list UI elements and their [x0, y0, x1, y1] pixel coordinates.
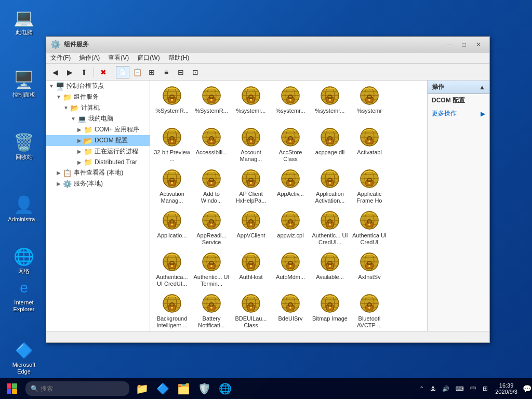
grid-item[interactable]: BdeUISrv — [271, 290, 310, 331]
view-btn-1[interactable]: 📄 — [116, 66, 129, 78]
taskbar-edge[interactable]: 🔷 — [152, 378, 173, 399]
grid-item-label: Bluetootl AVCTP ... — [351, 315, 388, 329]
grid-item[interactable]: AuthHost — [231, 249, 271, 290]
taskbar-explorer2[interactable]: 🗂️ — [173, 378, 194, 399]
grid-item[interactable]: Bluetootl AVCTP ... — [350, 290, 389, 331]
grid-item[interactable]: Account Manag... — [231, 124, 271, 166]
grid-item[interactable]: 32-bit Preview ... — [152, 124, 192, 166]
action-more[interactable]: 更多操作 ▶ — [428, 107, 489, 120]
search-bar[interactable]: 🔍 — [25, 381, 129, 396]
svg-point-223 — [289, 265, 291, 267]
desktop-icon-network[interactable]: 🌐 网络 — [5, 244, 43, 277]
view-btn-4[interactable]: ≡ — [159, 66, 173, 78]
grid-item[interactable]: %systemr... — [231, 83, 271, 124]
grid-item[interactable]: %systemr... — [310, 83, 350, 124]
grid-item[interactable]: %systemr... — [271, 83, 310, 124]
expand-icon-dcom: ▶ — [75, 137, 84, 145]
grid-item[interactable]: Bitmap Image — [310, 290, 350, 331]
ime-chinese[interactable]: 中 — [467, 378, 480, 399]
menu-view[interactable]: 查看(V) — [104, 52, 133, 64]
grid-item[interactable]: Authentic... UI CredUI... — [310, 207, 350, 249]
action-panel: 操作 ▲ DCOM 配置 更多操作 ▶ — [427, 81, 489, 331]
grid-item[interactable]: AxInstSv — [350, 249, 389, 290]
view-btn-5[interactable]: ⊟ — [174, 66, 188, 78]
grid-item[interactable]: Authentic... UI Termin... — [192, 249, 231, 290]
grid-item-label: Authentic... UI Termin... — [193, 274, 230, 287]
grid-item[interactable]: acppage.dll — [310, 124, 350, 166]
tree-item-component-services[interactable]: ▼ 📁 组件服务 — [46, 91, 150, 102]
grid-item[interactable]: AppVClient — [231, 207, 271, 249]
tree-item-event-viewer[interactable]: ▶ 📋 事件查看器 (本地) — [46, 167, 150, 178]
grid-item[interactable]: Application Activation... — [310, 166, 350, 207]
menu-action[interactable]: 操作(A) — [75, 52, 104, 64]
tree-item-com-app[interactable]: ▶ 📁 COM+ 应用程序 — [46, 124, 150, 135]
view-btn-6[interactable]: ⊡ — [189, 66, 202, 78]
action-collapse-icon[interactable]: ▲ — [479, 84, 485, 91]
tree-item-computers[interactable]: ▼ 📂 计算机 — [46, 102, 150, 113]
grid-item[interactable]: Activation Manag... — [152, 166, 192, 207]
grid-item[interactable]: AP Client HxHelpPa... — [231, 166, 271, 207]
grid-item[interactable]: AppActiv... — [271, 166, 310, 207]
up-button[interactable]: ⬆ — [77, 66, 91, 78]
grid-item[interactable]: %SystemR... — [152, 83, 192, 124]
tree-item-console-root[interactable]: ▼ 🖥️ 控制台根节点 — [46, 81, 150, 91]
view-btn-2[interactable]: 📋 — [130, 66, 144, 78]
tree-item-running-proc[interactable]: ▶ 📁 正在运行的进程 — [46, 146, 150, 157]
desktop-icon-recycle-bin[interactable]: 🗑️ 回收站 — [5, 130, 43, 163]
grid-item[interactable]: Authentica... UI CredUI... — [152, 249, 192, 290]
close-button[interactable]: ✕ — [472, 39, 485, 50]
grid-item[interactable]: Background Intelligent ... — [152, 290, 192, 331]
system-clock[interactable]: 16:39 2020/9/3 — [491, 378, 522, 399]
grid-item[interactable]: Activatabl — [350, 124, 389, 166]
tree-item-dcom-config[interactable]: ▶ 📂 DCOM 配置 — [46, 135, 150, 146]
menu-file[interactable]: 文件(F) — [46, 52, 75, 64]
show-hidden-icons[interactable]: ⌃ — [416, 378, 427, 399]
desktop-icon-edge[interactable]: 🔷 Microsoft Edge — [5, 338, 43, 377]
desktop-icon-ie[interactable]: e Internet Explorer — [5, 275, 43, 315]
menu-help[interactable]: 帮助(H) — [164, 52, 194, 64]
grid-item[interactable]: Authentica UI CredUI — [350, 207, 389, 249]
view-btn-3[interactable]: ⊞ — [145, 66, 158, 78]
keyboard-icon[interactable]: ⌨ — [453, 378, 467, 399]
maximize-button[interactable]: □ — [457, 39, 471, 50]
grid-item[interactable]: BDEUILau... Class — [231, 290, 271, 331]
search-icon: 🔍 — [31, 385, 38, 392]
grid-item[interactable]: Accessibili... — [192, 124, 231, 166]
stop-button[interactable]: ✖ — [97, 66, 110, 78]
menu-window[interactable]: 窗口(W) — [133, 52, 164, 64]
minimize-button[interactable]: ─ — [443, 39, 456, 50]
forward-button[interactable]: ▶ — [63, 66, 76, 78]
grid-item[interactable]: Applicatio... — [152, 207, 192, 249]
taskbar-security[interactable]: 🛡️ — [194, 378, 215, 399]
action-header-label: 操作 — [432, 83, 444, 91]
network-icon-sys[interactable]: 🖧 — [427, 378, 439, 399]
services-label: 服务(本地) — [74, 179, 103, 188]
tree-item-distributed[interactable]: ▶ 📁 Distributed Trar — [46, 157, 150, 167]
services-icon: ⚙️ — [63, 180, 72, 188]
back-button[interactable]: ◀ — [48, 66, 62, 78]
grid-item[interactable]: Applicatic Frame Ho — [350, 166, 389, 207]
desktop-icon-this-pc[interactable]: 💻 此电脑 — [5, 5, 43, 38]
volume-icon[interactable]: 🔊 — [439, 378, 453, 399]
taskbar-explorer[interactable]: 📁 — [131, 378, 152, 399]
tree-item-services[interactable]: ▶ ⚙️ 服务(本地) — [46, 178, 150, 189]
grid-item[interactable]: Available... — [310, 249, 350, 290]
grid-item[interactable]: Add to Windo... — [192, 166, 231, 207]
com-app-icon: 📁 — [84, 126, 92, 134]
ime-mode[interactable]: ⊞ — [480, 378, 491, 399]
com-object-icon — [359, 252, 380, 273]
grid-item[interactable]: %systemr — [350, 83, 389, 124]
action-center[interactable]: 💬 — [522, 378, 532, 399]
desktop-icon-administrator[interactable]: 👤 Administra... — [5, 192, 43, 225]
tree-item-my-computer[interactable]: ▼ 💻 我的电脑 — [46, 113, 150, 124]
grid-item[interactable]: AutoMdm... — [271, 249, 310, 290]
start-button[interactable] — [0, 378, 23, 399]
desktop-icon-control-panel[interactable]: 🖥️ 控制面板 — [5, 68, 43, 100]
grid-item[interactable]: appwiz.cpl — [271, 207, 310, 249]
search-input[interactable] — [41, 385, 124, 392]
grid-item[interactable]: Battery Notificati... — [192, 290, 231, 331]
grid-item[interactable]: AppReadi... Service — [192, 207, 231, 249]
grid-item[interactable]: %SystemR... — [192, 83, 231, 124]
grid-item[interactable]: AccStore Class — [271, 124, 310, 166]
taskbar-globe[interactable]: 🌐 — [215, 378, 235, 399]
